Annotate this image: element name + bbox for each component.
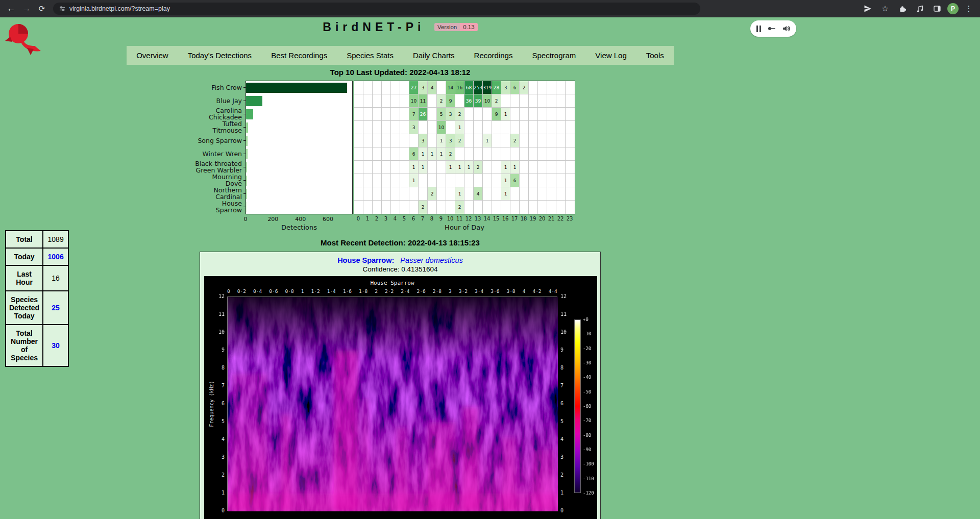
nav-item-today-s-detections[interactable]: Today's Detections bbox=[178, 46, 261, 65]
heatmap-cell bbox=[556, 174, 566, 187]
pause-button[interactable] bbox=[756, 26, 761, 32]
heatmap-cell bbox=[529, 81, 538, 94]
heatmap-cell: 319 bbox=[483, 81, 492, 94]
spec-ytick-left: 11 bbox=[212, 311, 225, 317]
browser-menu-icon[interactable]: ⋮ bbox=[962, 2, 976, 16]
species-label: Tufted Titmouse bbox=[194, 120, 243, 134]
url-text: virginia.birdnetpi.com/?stream=play bbox=[69, 5, 170, 12]
nav-item-daily-charts[interactable]: Daily Charts bbox=[403, 46, 464, 65]
spec-ytick-right: 9 bbox=[560, 347, 564, 353]
heatmap-cell bbox=[566, 94, 575, 108]
heatmap-cell bbox=[400, 94, 409, 108]
heatmap-cell bbox=[363, 81, 373, 94]
nav-item-tools[interactable]: Tools bbox=[636, 46, 674, 65]
birdnetpi-page: BirdNET-Pi Version 0.13 OverviewToday's … bbox=[0, 17, 980, 519]
spec-xtick: 2·4 bbox=[401, 288, 409, 294]
audio-player[interactable] bbox=[750, 20, 796, 37]
profile-avatar[interactable]: P bbox=[947, 3, 959, 14]
colorbar-tick: -120 bbox=[583, 490, 594, 496]
heatmap-cell: 2 bbox=[520, 81, 529, 94]
site-info-icon[interactable] bbox=[59, 6, 65, 12]
heatmap-cell bbox=[538, 108, 547, 121]
seek-slider[interactable] bbox=[768, 28, 775, 29]
heatmap-cell bbox=[538, 147, 547, 161]
heatmap-cell bbox=[529, 94, 538, 108]
volume-icon[interactable] bbox=[782, 24, 790, 33]
heatmap-cell bbox=[419, 187, 428, 201]
heatmap-cell bbox=[464, 187, 474, 201]
colorbar-tick: -30 bbox=[583, 360, 591, 365]
spec-ytick-left: 9 bbox=[212, 347, 225, 353]
heatmap-cell: 6 bbox=[510, 81, 520, 94]
reload-icon[interactable]: ⟳ bbox=[35, 2, 49, 16]
hour-tick: 11 bbox=[455, 216, 464, 223]
heatmap-cell: 1 bbox=[501, 174, 510, 187]
heatmap-cell bbox=[483, 147, 492, 161]
masthead: BirdNET-Pi Version 0.13 bbox=[0, 20, 800, 34]
heatmap-cell: 10 bbox=[409, 94, 419, 108]
heatmap-cell: 1 bbox=[501, 108, 510, 121]
share-icon[interactable] bbox=[861, 2, 875, 16]
heatmap-cell bbox=[556, 108, 566, 121]
colorbar-tick: +0 bbox=[583, 317, 589, 322]
heatmap-cell bbox=[382, 94, 391, 108]
recent-detection-heading: Most Recent Detection: 2022-04-13 18:15:… bbox=[0, 238, 800, 247]
colorbar-tick: -80 bbox=[583, 433, 591, 438]
heatmap-cell bbox=[382, 108, 391, 121]
stat-value-link[interactable]: 1006 bbox=[43, 248, 68, 265]
heatmap-cell bbox=[455, 174, 464, 187]
heatmap-cell bbox=[363, 134, 373, 147]
detections-bar bbox=[246, 96, 262, 106]
nav-item-view-log[interactable]: View Log bbox=[585, 46, 636, 65]
nav-item-species-stats[interactable]: Species Stats bbox=[337, 46, 403, 65]
species-scientific-name-link[interactable]: Passer domesticus bbox=[400, 256, 463, 264]
heatmap-cell bbox=[354, 201, 363, 214]
hour-tick: 17 bbox=[510, 216, 519, 223]
species-row: Song Sparrow bbox=[192, 134, 246, 147]
heatmap-cell bbox=[354, 108, 363, 121]
heatmap-row: 3101 bbox=[354, 121, 575, 134]
version-label: Version bbox=[434, 23, 460, 31]
top10-heading: Top 10 Last Updated: 2022-04-13 18:12 bbox=[0, 68, 800, 77]
address-bar[interactable]: virginia.birdnetpi.com/?stream=play bbox=[53, 3, 700, 15]
spectrogram-time-axis: 00·20·40·60·811·21·41·61·822·22·42·62·83… bbox=[227, 288, 557, 294]
heatmap-cell bbox=[373, 174, 382, 187]
nav-item-spectrogram[interactable]: Spectrogram bbox=[522, 46, 585, 65]
species-label: Carolina Chickadee bbox=[194, 107, 243, 120]
species-label: Winter Wren bbox=[203, 151, 243, 157]
stat-value-link[interactable]: 25 bbox=[43, 291, 68, 325]
heatmap-cell bbox=[354, 94, 363, 108]
heatmap-cell bbox=[538, 201, 547, 214]
extensions-icon[interactable] bbox=[895, 2, 910, 16]
media-controls-icon[interactable] bbox=[913, 2, 927, 16]
heatmap-cell bbox=[363, 147, 373, 161]
stat-label: Total bbox=[6, 231, 43, 248]
heatmap-cell: 1 bbox=[437, 134, 446, 147]
heatmap-cell bbox=[483, 121, 492, 134]
nav-item-overview[interactable]: Overview bbox=[127, 46, 178, 65]
heatmap-cell bbox=[529, 108, 538, 121]
stat-value-link[interactable]: 30 bbox=[43, 325, 68, 366]
detection-title: House Sparrow: Passer domesticus bbox=[204, 256, 596, 264]
heatmap-cell: 6 bbox=[409, 147, 419, 161]
heatmap-cell bbox=[354, 81, 363, 94]
spec-xtick: 1·8 bbox=[359, 288, 368, 294]
browser-toolbar: ← → ⟳ virginia.birdnetpi.com/?stream=pla… bbox=[0, 0, 980, 17]
nav-item-best-recordings[interactable]: Best Recordings bbox=[261, 46, 337, 65]
back-icon[interactable]: ← bbox=[4, 2, 18, 16]
heatmap-cell bbox=[492, 134, 501, 147]
nav-item-recordings[interactable]: Recordings bbox=[464, 46, 523, 65]
side-panel-icon[interactable] bbox=[930, 2, 944, 16]
bookmark-star-icon[interactable]: ☆ bbox=[878, 2, 892, 16]
detections-bar bbox=[246, 122, 248, 133]
colorbar-tick: -90 bbox=[583, 447, 591, 452]
heatmap-cell bbox=[492, 161, 501, 174]
heatmap-cell bbox=[538, 174, 547, 187]
species-common-name-link[interactable]: House Sparrow: bbox=[337, 256, 394, 264]
heatmap-cell bbox=[501, 94, 510, 108]
spectrogram: House Sparrow 00·20·40·60·811·21·41·61·8… bbox=[204, 276, 597, 519]
detections-bar bbox=[246, 109, 253, 119]
species-label: Song Sparrow bbox=[198, 137, 243, 144]
heatmap-cell: 2 bbox=[446, 147, 455, 161]
spec-xtick: 3 bbox=[449, 288, 452, 294]
